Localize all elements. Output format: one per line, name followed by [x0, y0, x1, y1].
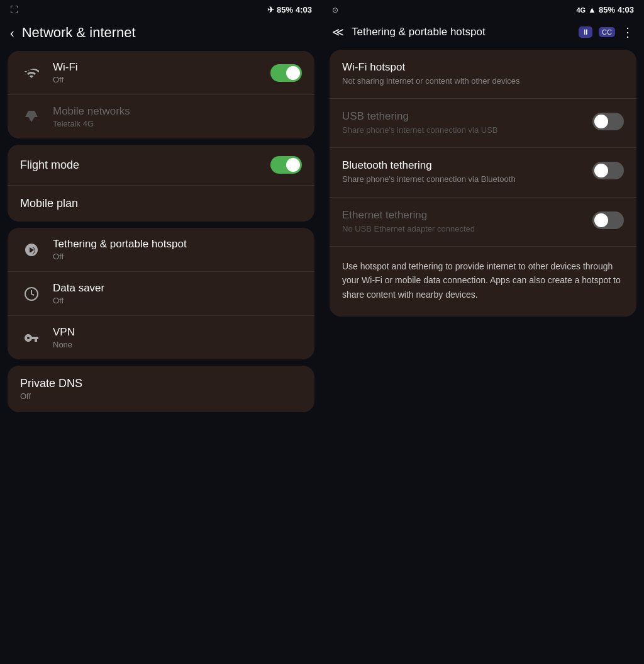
- more-options-button[interactable]: ⋮: [621, 25, 634, 40]
- usb-tethering-text: USB tethering Share phone's internet con…: [342, 110, 582, 136]
- private-dns-title: Private DNS: [20, 377, 82, 390]
- bluetooth-tethering-text: Bluetooth tethering Share phone's intern…: [342, 159, 582, 185]
- mobile-plan-title: Mobile plan: [20, 197, 78, 210]
- vpn-title: VPN: [53, 326, 302, 339]
- right-status-right: 4G ▲ 85% 4:03: [576, 5, 634, 14]
- airplane-icon: ✈: [267, 5, 274, 14]
- signal-icon: [20, 106, 43, 128]
- vpn-icon: [20, 327, 43, 349]
- setting-mobile-plan[interactable]: Mobile plan: [8, 186, 314, 222]
- private-dns-subtitle: Off: [20, 391, 302, 401]
- wifi-title: Wi-Fi: [53, 61, 270, 74]
- wifi-icon: [20, 62, 43, 84]
- ethernet-tethering-toggle[interactable]: [592, 211, 624, 229]
- right-battery: 85%: [599, 5, 615, 14]
- right-status-left: ⊙: [332, 6, 338, 14]
- left-settings-card-4: Private DNS Off: [8, 366, 314, 412]
- flight-mode-title: Flight mode: [20, 159, 79, 172]
- screen-record-icon: ⊙: [332, 6, 338, 14]
- left-status-left: ⛶: [10, 5, 18, 14]
- left-page-title: Network & internet: [22, 25, 136, 41]
- right-status-bar: ⊙ 4G ▲ 85% 4:03: [322, 0, 644, 17]
- expand-icon: ⛶: [10, 5, 18, 14]
- right-back-button[interactable]: ≪: [332, 25, 344, 39]
- wifi-hotspot-subtitle: Not sharing internet or content with oth…: [342, 76, 614, 87]
- right-item-bluetooth-tethering[interactable]: Bluetooth tethering Share phone's intern…: [330, 148, 636, 197]
- usb-tethering-title: USB tethering: [342, 110, 582, 123]
- left-settings-card-1: Wi-Fi Off Mobile networks Teletalk 4G: [8, 51, 314, 138]
- hotspot-icon: [20, 239, 43, 261]
- tethering-info-text: Use hotspot and tethering to provide int…: [330, 247, 636, 317]
- left-time: 4:03: [296, 5, 312, 14]
- left-status-right: ✈ 85% 4:03: [267, 5, 312, 14]
- left-screen-header: ‹ Network & internet: [0, 17, 322, 51]
- mobile-networks-subtitle: Teletalk 4G: [53, 119, 302, 128]
- tethering-title: Tethering & portable hotspot: [53, 238, 302, 250]
- data-saver-title: Data saver: [53, 282, 302, 295]
- ethernet-tethering-subtitle: No USB Ethernet adapter connected: [342, 223, 582, 235]
- bluetooth-tethering-title: Bluetooth tethering: [342, 159, 582, 172]
- left-status-bar: ⛶ ✈ 85% 4:03: [0, 0, 322, 17]
- left-phone-screen: ⛶ ✈ 85% 4:03 ‹ Network & internet Wi-Fi …: [0, 0, 322, 664]
- ethernet-tethering-text: Ethernet tethering No USB Ethernet adapt…: [342, 209, 582, 235]
- wifi-text: Wi-Fi Off: [53, 61, 270, 84]
- right-item-ethernet-tethering[interactable]: Ethernet tethering No USB Ethernet adapt…: [330, 198, 636, 247]
- wifi-subtitle: Off: [53, 75, 270, 84]
- ethernet-tethering-title: Ethernet tethering: [342, 209, 582, 222]
- tethering-text: Tethering & portable hotspot Off: [53, 238, 302, 261]
- right-page-title: Tethering & portable hotspot: [352, 26, 576, 38]
- right-4g-icon: 4G: [576, 6, 586, 14]
- right-item-usb-tethering[interactable]: USB tethering Share phone's internet con…: [330, 99, 636, 148]
- usb-tethering-subtitle: Share phone's internet connection via US…: [342, 125, 582, 136]
- setting-item-vpn[interactable]: VPN None: [8, 316, 314, 359]
- vpn-text: VPN None: [53, 326, 302, 349]
- bluetooth-tethering-subtitle: Share phone's internet connection via Bl…: [342, 174, 582, 185]
- data-saver-text: Data saver Off: [53, 282, 302, 305]
- setting-flight-mode[interactable]: Flight mode: [8, 145, 314, 186]
- data-saver-icon: [20, 283, 43, 305]
- mobile-networks-text: Mobile networks Teletalk 4G: [53, 105, 302, 128]
- setting-private-dns[interactable]: Private DNS Off: [8, 366, 314, 412]
- setting-item-mobile-networks[interactable]: Mobile networks Teletalk 4G: [8, 95, 314, 138]
- flight-mode-toggle[interactable]: [270, 156, 302, 174]
- mobile-networks-title: Mobile networks: [53, 105, 302, 118]
- right-screen-header: ≪ Tethering & portable hotspot ⏸ CC ⋮: [322, 17, 644, 50]
- left-battery: 85%: [277, 5, 293, 14]
- usb-tethering-toggle[interactable]: [592, 113, 624, 130]
- right-time: 4:03: [618, 5, 634, 14]
- wifi-hotspot-text: Wi-Fi hotspot Not sharing internet or co…: [342, 61, 614, 87]
- setting-item-tethering[interactable]: Tethering & portable hotspot Off: [8, 228, 314, 272]
- data-saver-subtitle: Off: [53, 296, 302, 305]
- left-back-button[interactable]: ‹: [10, 26, 14, 40]
- tethering-subtitle: Off: [53, 252, 302, 261]
- right-item-wifi-hotspot[interactable]: Wi-Fi hotspot Not sharing internet or co…: [330, 50, 636, 99]
- bluetooth-tethering-toggle[interactable]: [592, 162, 624, 179]
- wifi-hotspot-title: Wi-Fi hotspot: [342, 61, 614, 74]
- cc-badge: CC: [599, 27, 615, 37]
- wifi-toggle[interactable]: [270, 64, 302, 82]
- right-phone-screen: ⊙ 4G ▲ 85% 4:03 ≪ Tethering & portable h…: [322, 0, 644, 664]
- right-header-icons: ⏸ CC ⋮: [579, 25, 634, 40]
- vpn-subtitle: None: [53, 340, 302, 349]
- left-settings-card-2: Flight mode Mobile plan: [8, 145, 314, 222]
- setting-item-wifi[interactable]: Wi-Fi Off: [8, 51, 314, 95]
- pause-badge: ⏸: [579, 26, 592, 38]
- setting-item-data-saver[interactable]: Data saver Off: [8, 272, 314, 316]
- right-settings-card: Wi-Fi hotspot Not sharing internet or co…: [330, 50, 636, 317]
- left-settings-card-3: Tethering & portable hotspot Off Data sa…: [8, 228, 314, 359]
- right-signal-icon: ▲: [588, 5, 596, 14]
